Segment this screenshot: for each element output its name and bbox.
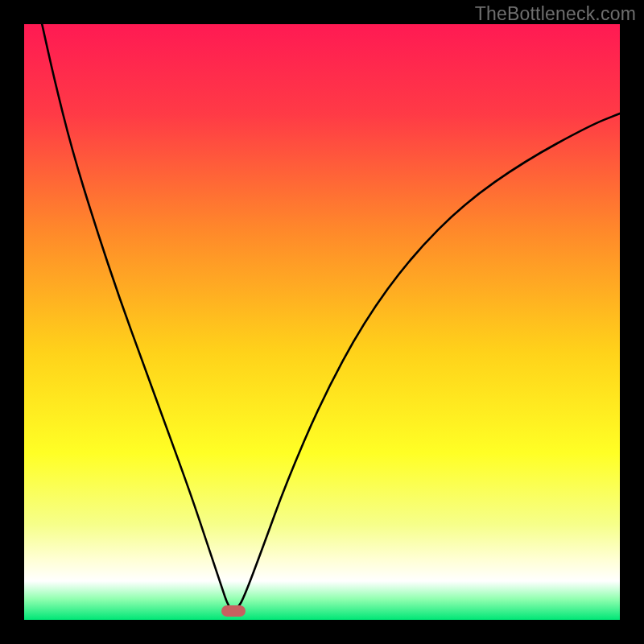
gradient-background: [24, 24, 620, 620]
watermark-text: TheBottleneck.com: [475, 3, 636, 25]
bottleneck-plot: [24, 24, 620, 620]
optimal-point-marker: [221, 605, 246, 617]
plot-frame: [24, 24, 620, 620]
